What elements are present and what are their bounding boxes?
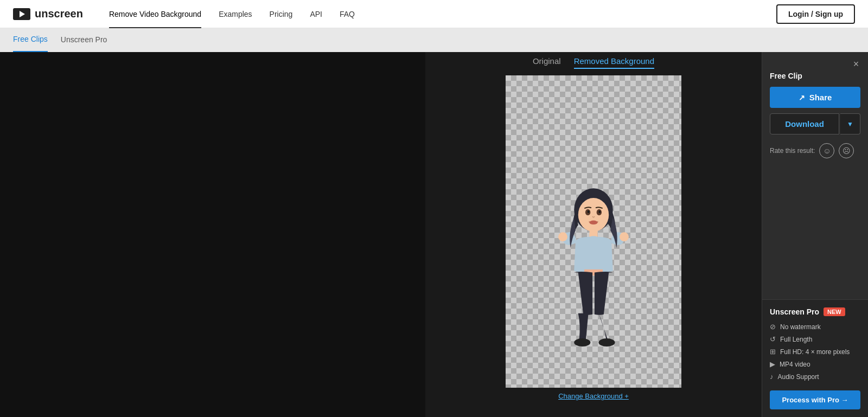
sub-nav: Free Clips Unscreen Pro bbox=[0, 28, 868, 52]
character-svg bbox=[545, 182, 642, 355]
pro-feature-mp4: ▶ MP4 video bbox=[770, 360, 860, 368]
new-badge: NEW bbox=[824, 307, 845, 316]
tab-removed-background[interactable]: Removed Background bbox=[574, 56, 654, 69]
nav-api[interactable]: API bbox=[301, 0, 331, 28]
right-panel: × Free Clip ↗ Share Download ▼ Rate this… bbox=[762, 52, 868, 417]
no-watermark-icon: ⊘ bbox=[770, 323, 776, 331]
svg-point-11 bbox=[574, 338, 590, 347]
full-hd-icon: ⊞ bbox=[770, 348, 776, 356]
pro-feature-full-hd: ⊞ Full HD: 4 × more pixels bbox=[770, 348, 860, 356]
left-panel bbox=[0, 52, 425, 417]
audio-icon: ♪ bbox=[770, 373, 774, 381]
nav-remove-video-background[interactable]: Remove Video Background bbox=[100, 0, 210, 28]
mp4-icon: ▶ bbox=[770, 360, 775, 368]
pro-title-row: Unscreen Pro NEW bbox=[770, 307, 860, 316]
thumbs-up-button[interactable]: ☺ bbox=[819, 143, 834, 158]
mp4-text: MP4 video bbox=[780, 361, 810, 368]
sub-nav-unscreen-pro[interactable]: Unscreen Pro bbox=[61, 28, 107, 52]
logo[interactable]: unscreen bbox=[13, 8, 83, 20]
nav-faq[interactable]: FAQ bbox=[331, 0, 363, 28]
nav-examples[interactable]: Examples bbox=[210, 0, 260, 28]
full-length-icon: ↺ bbox=[770, 335, 776, 343]
full-hd-text: Full HD: 4 × more pixels bbox=[780, 348, 850, 356]
share-label: Share bbox=[809, 93, 832, 102]
header-left: unscreen Remove Video Background Example… bbox=[13, 0, 363, 28]
tab-original[interactable]: Original bbox=[533, 56, 561, 69]
change-background-link[interactable]: Change Background + bbox=[558, 392, 629, 400]
main-content: Original Removed Background bbox=[0, 52, 868, 417]
free-clip-label: Free Clip bbox=[770, 72, 860, 80]
center-panel: Original Removed Background bbox=[425, 52, 762, 417]
pro-label: Unscreen Pro bbox=[770, 307, 819, 316]
nav-pricing[interactable]: Pricing bbox=[261, 0, 302, 28]
process-pro-button[interactable]: Process with Pro → bbox=[770, 390, 860, 409]
svg-point-12 bbox=[598, 338, 615, 347]
svg-point-4 bbox=[588, 210, 590, 213]
share-icon: ↗ bbox=[799, 93, 805, 102]
svg-point-1 bbox=[578, 198, 609, 232]
header: unscreen Remove Video Background Example… bbox=[0, 0, 868, 28]
pro-feature-audio: ♪ Audio Support bbox=[770, 373, 860, 381]
pro-feature-full-length: ↺ Full Length bbox=[770, 335, 860, 343]
full-length-text: Full Length bbox=[780, 336, 812, 343]
thumbs-down-button[interactable]: ☹ bbox=[839, 143, 854, 158]
share-button[interactable]: ↗ Share bbox=[770, 87, 860, 108]
audio-text: Audio Support bbox=[778, 373, 819, 381]
no-watermark-text: No watermark bbox=[780, 323, 821, 331]
login-button[interactable]: Login / Sign up bbox=[776, 4, 855, 24]
logo-text: unscreen bbox=[35, 8, 83, 20]
active-indicator bbox=[151, 28, 159, 33]
svg-point-8 bbox=[558, 232, 567, 241]
pro-feature-no-watermark: ⊘ No watermark bbox=[770, 323, 860, 331]
logo-icon bbox=[13, 8, 30, 20]
character-container bbox=[539, 171, 648, 355]
svg-point-5 bbox=[598, 210, 601, 213]
rate-row: Rate this result: ☺ ☹ bbox=[770, 143, 860, 158]
main-nav: Remove Video Background Examples Pricing… bbox=[100, 0, 363, 28]
svg-point-9 bbox=[620, 232, 629, 241]
video-tabs: Original Removed Background bbox=[533, 56, 654, 69]
sub-nav-free-clips[interactable]: Free Clips bbox=[13, 28, 48, 52]
svg-point-6 bbox=[589, 221, 597, 225]
download-button[interactable]: Download bbox=[770, 113, 839, 134]
download-arrow-button[interactable]: ▼ bbox=[840, 113, 860, 134]
pro-section: Unscreen Pro NEW ⊘ No watermark ↺ Full L… bbox=[762, 299, 868, 417]
rate-label: Rate this result: bbox=[770, 147, 815, 155]
video-preview bbox=[506, 75, 681, 388]
close-button[interactable]: × bbox=[850, 57, 863, 70]
download-row: Download ▼ bbox=[770, 113, 860, 134]
